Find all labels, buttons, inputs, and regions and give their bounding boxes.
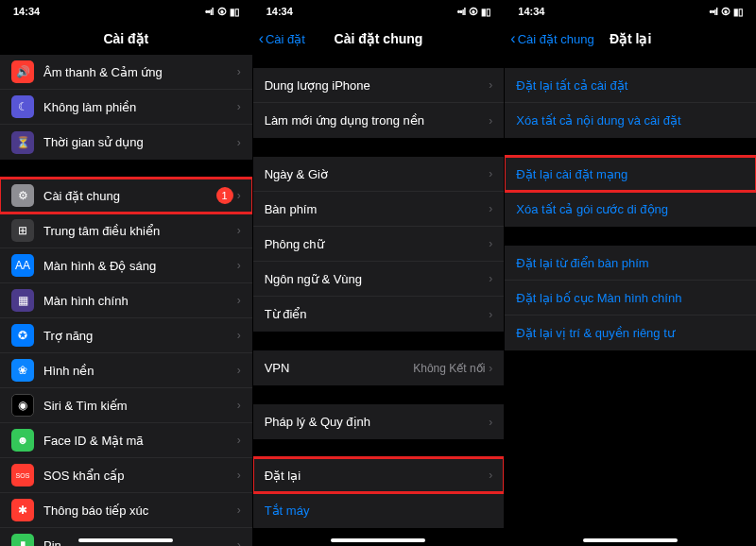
settings-group: 🔊Âm thanh & Cảm ứng›☾Không làm phiền›⏳Th…: [0, 55, 252, 160]
row-label: Siri & Tìm kiếm: [43, 399, 237, 413]
row-label: Đặt lại cài đặt mạng: [516, 167, 745, 181]
sound-icon: 🔊: [11, 60, 34, 83]
settings-row[interactable]: Đặt lại từ điển bàn phím: [505, 246, 756, 281]
settings-row[interactable]: ⏳Thời gian sử dụng›: [0, 125, 252, 160]
chevron-right-icon: ›: [237, 136, 241, 149]
settings-group: Đặt lại tất cả cài đặtXóa tất cả nội dun…: [505, 68, 756, 138]
settings-row[interactable]: ✪Trợ năng›: [0, 318, 252, 353]
settings-row[interactable]: ⊞Trung tâm điều khiển›: [0, 213, 252, 248]
settings-row[interactable]: ⚙Cài đặt chung1›: [0, 179, 252, 213]
home-indicator[interactable]: [78, 538, 173, 542]
settings-row[interactable]: Ngôn ngữ & Vùng›: [253, 262, 505, 297]
settings-row[interactable]: ▦Màn hình chính›: [0, 283, 252, 318]
settings-row[interactable]: ☾Không làm phiền›: [0, 90, 252, 125]
settings-group: Dung lượng iPhone›Làm mới ứng dụng trong…: [253, 68, 505, 138]
settings-row[interactable]: VPNKhông Kết nối›: [253, 350, 505, 385]
settings-row[interactable]: ❀Hình nền›: [0, 353, 252, 388]
reset-list[interactable]: Đặt lại tất cả cài đặtXóa tất cả nội dun…: [505, 55, 756, 546]
chevron-right-icon: ›: [489, 167, 492, 180]
settings-row[interactable]: ☻Face ID & Mật mã›: [0, 423, 252, 458]
status-bar: 14:34 ••ıl ⦿ ▮▯: [505, 0, 756, 23]
chevron-left-icon: ‹: [510, 30, 515, 47]
faceid-icon: ☻: [11, 429, 34, 452]
settings-row[interactable]: Đặt lại bố cục Màn hình chính: [505, 281, 756, 316]
settings-row[interactable]: Phông chữ›: [253, 227, 505, 262]
row-label: Face ID & Mật mã: [43, 434, 237, 448]
status-icons: ••ıl ⦿ ▮▯: [457, 7, 491, 17]
home-indicator[interactable]: [583, 538, 678, 542]
wifi-icon: ⦿: [217, 7, 226, 17]
chevron-right-icon: ›: [489, 237, 492, 250]
settings-row[interactable]: ◉Siri & Tìm kiếm›: [0, 388, 252, 423]
back-label: Cài đặt chung: [518, 32, 594, 46]
status-icons: ••ıl ⦿ ▮▯: [709, 7, 743, 17]
battery-icon: ▮▯: [481, 7, 490, 17]
settings-row[interactable]: Tắt máy: [253, 493, 505, 528]
control-icon: ⊞: [11, 219, 34, 242]
status-bar: 14:34 ••ıl ⦿ ▮▯: [0, 0, 252, 23]
settings-row[interactable]: Xóa tất cả gói cước di động: [505, 192, 756, 227]
row-label: Làm mới ứng dụng trong nền: [265, 113, 490, 128]
settings-group: VPNKhông Kết nối›: [253, 350, 505, 385]
settings-row[interactable]: Đặt lại cài đặt mạng: [505, 157, 756, 192]
settings-row[interactable]: ▮Pin›: [0, 528, 252, 546]
row-label: VPN: [265, 361, 414, 375]
home-indicator[interactable]: [331, 538, 425, 542]
chevron-right-icon: ›: [237, 538, 241, 546]
row-label: Không làm phiền: [43, 100, 237, 114]
settings-row[interactable]: Từ điển›: [253, 297, 505, 332]
chevron-right-icon: ›: [237, 294, 241, 307]
settings-group: Đặt lại cài đặt mạngXóa tất cả gói cước …: [505, 157, 756, 227]
chevron-right-icon: ›: [489, 416, 492, 429]
status-time: 14:34: [518, 6, 544, 17]
settings-row[interactable]: Đặt lại vị trí & quyền riêng tư: [505, 316, 756, 350]
chevron-right-icon: ›: [237, 100, 241, 113]
settings-row[interactable]: ✱Thông báo tiếp xúc›: [0, 493, 252, 528]
signal-icon: ••ıl: [205, 7, 214, 17]
settings-row[interactable]: 🔊Âm thanh & Cảm ứng›: [0, 55, 252, 90]
row-label: Trung tâm điều khiển: [43, 224, 237, 238]
signal-icon: ••ıl: [709, 7, 717, 17]
notification-badge: 1: [216, 187, 233, 204]
chevron-right-icon: ›: [489, 469, 492, 482]
wifi-icon: ⦿: [721, 7, 730, 17]
chevron-right-icon: ›: [237, 364, 241, 377]
row-label: Trợ năng: [43, 329, 237, 343]
chevron-right-icon: ›: [489, 202, 492, 215]
navbar: ‹ Cài đặt chung Đặt lại: [505, 23, 756, 55]
chevron-right-icon: ›: [237, 469, 241, 482]
status-time: 14:34: [266, 6, 293, 17]
row-label: Đặt lại: [265, 469, 490, 483]
settings-group: ⚙Cài đặt chung1›⊞Trung tâm điều khiển›AA…: [0, 179, 252, 546]
settings-row[interactable]: Đặt lại›: [253, 458, 505, 493]
settings-row[interactable]: Bàn phím›: [253, 192, 505, 227]
chevron-right-icon: ›: [237, 65, 241, 78]
settings-row[interactable]: Dung lượng iPhone›: [253, 68, 505, 103]
back-button[interactable]: ‹ Cài đặt: [259, 30, 305, 47]
general-list[interactable]: Dung lượng iPhone›Làm mới ứng dụng trong…: [253, 55, 505, 546]
chevron-right-icon: ›: [237, 189, 241, 202]
chevron-right-icon: ›: [237, 329, 241, 342]
settings-row[interactable]: Ngày & Giờ›: [253, 157, 505, 192]
battery-icon: ▮▯: [733, 7, 743, 17]
back-button[interactable]: ‹ Cài đặt chung: [510, 30, 593, 47]
row-label: SOS khẩn cấp: [43, 469, 237, 483]
battery-icon: ▮: [11, 534, 34, 546]
settings-row[interactable]: SOSSOS khẩn cấp›: [0, 458, 252, 493]
signal-icon: ••ıl: [457, 7, 466, 17]
row-label: Đặt lại vị trí & quyền riêng tư: [516, 326, 745, 340]
home-icon: ▦: [11, 289, 34, 312]
settings-row[interactable]: AAMàn hình & Độ sáng›: [0, 248, 252, 283]
moon-icon: ☾: [11, 95, 34, 118]
row-label: Ngày & Giờ: [265, 167, 490, 181]
settings-group: Đặt lại›Tắt máy: [253, 458, 505, 528]
row-label: Cài đặt chung: [43, 189, 216, 203]
settings-row[interactable]: Pháp lý & Quy định›: [253, 404, 505, 439]
settings-list[interactable]: 🔊Âm thanh & Cảm ứng›☾Không làm phiền›⏳Th…: [0, 55, 252, 546]
settings-row[interactable]: Đặt lại tất cả cài đặt: [505, 68, 756, 103]
settings-row[interactable]: Xóa tất cả nội dung và cài đặt: [505, 103, 756, 138]
chevron-right-icon: ›: [489, 78, 492, 92]
navbar: Cài đặt: [0, 23, 252, 55]
settings-row[interactable]: Làm mới ứng dụng trong nền›: [253, 103, 505, 138]
page-title: Cài đặt chung: [335, 31, 423, 46]
